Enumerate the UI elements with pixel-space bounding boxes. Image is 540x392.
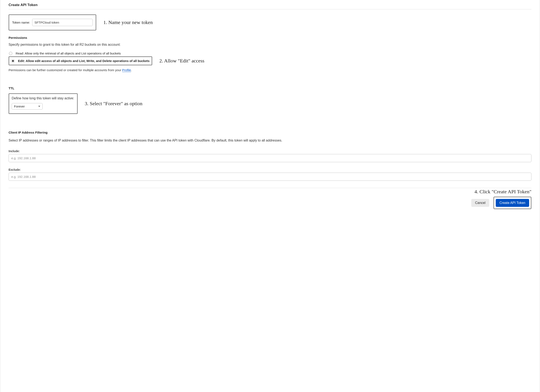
permission-read-label: Read: Allow only the retrieval of all ob… [16,52,121,55]
permission-edit-label: Edit: Allow edit access of all objects a… [18,59,150,63]
ip-include-label: Include: [9,149,531,153]
ip-filtering-heading: Client IP Address Filtering [9,131,531,134]
cancel-button[interactable]: Cancel [471,199,489,207]
ttl-select[interactable]: Forever [12,103,43,109]
profile-link[interactable]: Profile [122,68,131,72]
permissions-heading: Permissions [9,36,531,40]
ip-filtering-description: Select IP addresses or ranges of IP addr… [9,138,531,143]
ttl-selected-value: Forever [14,104,25,108]
annotation-step3: 3. Select "Forever" as option [85,101,142,107]
permission-option-edit[interactable]: Edit: Allow edit access of all objects a… [11,58,150,64]
footer-divider [9,188,531,188]
annotation-step4: 4. Click "Create API Token" [9,189,531,194]
token-name-input[interactable] [32,19,93,26]
page-title: Create API Token [9,3,531,9]
ttl-description: Define how long this token will stay act… [12,96,74,100]
ip-exclude-input[interactable] [9,173,531,181]
radio-checked-icon [11,59,15,63]
ip-include-input[interactable] [9,154,531,162]
permission-edit-highlight: Edit: Allow edit access of all objects a… [9,56,152,65]
create-button-highlight: Create API Token [493,197,531,209]
permission-option-read[interactable]: Read: Allow only the retrieval of all ob… [9,50,531,56]
ttl-highlight: Define how long this token will stay act… [9,93,78,114]
radio-unchecked-icon [9,52,12,55]
annotation-step2: 2. Allow "Edit" access [159,58,205,64]
ip-exclude-label: Exclude: [9,168,531,171]
caret-down-icon [38,106,40,107]
annotation-step1: 1. Name your new token [103,20,153,25]
create-api-token-button[interactable]: Create API Token [496,199,529,207]
permissions-description: Specify permissions to grant to this tok… [9,43,531,47]
permissions-footnote: Permissions can be further customized or… [9,68,531,72]
token-name-label: Token name: [12,21,30,24]
ttl-heading: TTL [9,86,531,90]
token-name-highlight: Token name: [9,15,96,30]
